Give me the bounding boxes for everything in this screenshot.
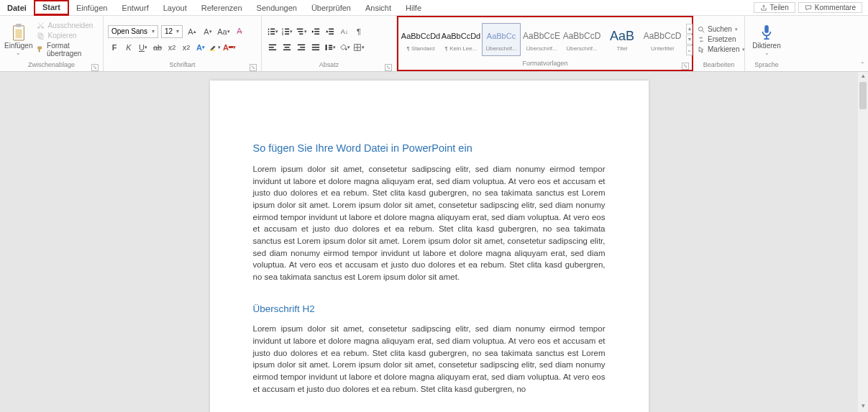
format-painter-button[interactable]: Format übertragen: [37, 42, 99, 58]
tab-ansicht[interactable]: Ansicht: [358, 0, 398, 16]
tab-entwurf[interactable]: Entwurf: [114, 0, 155, 16]
font-name-combo[interactable]: Open Sans▾: [108, 25, 158, 38]
underline-button[interactable]: U▾: [137, 41, 150, 54]
svg-rect-27: [329, 31, 334, 32]
find-button[interactable]: Suchen▾: [698, 25, 745, 33]
tab-sendungen[interactable]: Sendungen: [250, 0, 304, 16]
italic-button[interactable]: K: [122, 41, 135, 54]
font-size-combo[interactable]: 12▾: [161, 25, 183, 38]
show-marks-button[interactable]: ¶: [352, 25, 365, 38]
select-button[interactable]: Markieren▾: [698, 45, 745, 53]
shading-button[interactable]: ▾: [338, 41, 351, 54]
tab-start[interactable]: Start: [34, 0, 69, 16]
share-button[interactable]: Teilen: [754, 2, 795, 13]
svg-rect-15: [285, 28, 289, 29]
align-justify-button[interactable]: [309, 41, 322, 54]
align-right-button[interactable]: [295, 41, 308, 54]
indent-inc-button[interactable]: [324, 25, 337, 38]
cut-button[interactable]: Ausschneiden: [37, 22, 99, 29]
group-label-styles: Formatvorlagen: [522, 60, 567, 67]
dictate-button[interactable]: Diktieren ⌄: [752, 23, 780, 56]
svg-rect-29: [269, 44, 276, 45]
heading-1[interactable]: So fügen Sie Ihre Word Datei in PowerPoi…: [253, 141, 606, 156]
align-left-button[interactable]: [266, 41, 279, 54]
document-area[interactable]: So fügen Sie Ihre Word Datei in PowerPoi…: [0, 72, 858, 412]
change-case-button[interactable]: Aa▾: [217, 25, 230, 38]
paste-button[interactable]: Einfügen ⌄: [4, 23, 32, 56]
svg-rect-2: [15, 29, 22, 38]
bucket-icon: [339, 43, 347, 52]
svg-rect-42: [329, 45, 332, 45]
shrink-font-button[interactable]: A▾: [201, 25, 214, 38]
replace-icon: [698, 36, 705, 43]
scroll-thumb[interactable]: [859, 82, 867, 109]
scroll-down-button[interactable]: ▾: [858, 402, 868, 412]
replace-button[interactable]: Ersetzen: [698, 35, 745, 43]
tab-file[interactable]: Datei: [0, 0, 34, 16]
superscript-button[interactable]: x2: [180, 41, 193, 54]
styles-scroll-up[interactable]: ▴: [686, 24, 693, 34]
style-item-2[interactable]: AaBbCcÜberschrif...: [482, 23, 521, 56]
heading-2[interactable]: Überschrift H2: [253, 302, 606, 316]
line-spacing-button[interactable]: ▾: [324, 41, 337, 54]
clear-format-button[interactable]: A̶: [233, 25, 246, 38]
tab-referenzen[interactable]: Referenzen: [194, 0, 250, 16]
body-paragraph[interactable]: Lorem ipsum dolor sit amet, consetetur s…: [253, 163, 606, 283]
font-color-button[interactable]: A▾: [223, 41, 236, 54]
tab-layout[interactable]: Layout: [156, 0, 194, 16]
borders-button[interactable]: ▾: [352, 41, 365, 54]
svg-rect-20: [297, 28, 303, 29]
font-launcher[interactable]: ⤡: [250, 64, 257, 71]
style-label: ¶ Standard: [402, 45, 439, 52]
comments-button[interactable]: Kommentare: [798, 2, 862, 13]
vertical-scrollbar[interactable]: ▴ ▾: [858, 72, 868, 412]
style-item-6[interactable]: AaBbCcDUntertitel: [643, 23, 682, 56]
styles-expand[interactable]: ⌄: [686, 45, 693, 55]
brush-icon: [37, 45, 44, 53]
subscript-button[interactable]: x2: [165, 41, 178, 54]
page[interactable]: So fügen Sie Ihre Word Datei in PowerPoi…: [210, 81, 649, 412]
highlight-button[interactable]: ▾: [209, 41, 221, 54]
menu-tabs: Datei StartEinfügenEntwurfLayoutReferenz…: [0, 0, 868, 16]
svg-rect-17: [285, 31, 289, 32]
grow-font-button[interactable]: A▴: [186, 25, 198, 38]
highlight-icon: [209, 43, 218, 52]
style-item-4[interactable]: AaBbCcDÜberschrif...: [562, 23, 601, 56]
text-effects-button[interactable]: A▾: [194, 41, 207, 54]
comment-icon: [805, 4, 812, 12]
align-right-icon: [297, 43, 306, 52]
style-item-3[interactable]: AaBbCcEÜberschrif...: [522, 23, 561, 56]
bold-button[interactable]: F: [108, 41, 121, 54]
style-item-1[interactable]: AaBbCcDd¶ Kein Lee...: [442, 23, 480, 56]
svg-rect-32: [283, 44, 291, 45]
style-preview: AaB: [610, 27, 634, 45]
style-label: Überschrif...: [483, 45, 520, 52]
clipboard-launcher[interactable]: ⤡: [91, 64, 99, 71]
multilevel-button[interactable]: ▾: [295, 25, 308, 38]
style-item-5[interactable]: AaBTitel: [603, 23, 641, 56]
body-paragraph[interactable]: Lorem ipsum dolor sit amet, consetetur s…: [253, 323, 606, 395]
styles-launcher[interactable]: ⤡: [682, 63, 689, 70]
scroll-up-button[interactable]: ▴: [858, 72, 868, 82]
group-label-editing: Bearbeiten: [703, 61, 735, 68]
styles-scroll-down[interactable]: ▾: [686, 35, 693, 45]
svg-point-10: [268, 31, 270, 32]
align-center-button[interactable]: [280, 41, 293, 54]
microphone-icon: [759, 23, 775, 42]
cursor-icon: [698, 46, 705, 53]
tab-überprüfen[interactable]: Überprüfen: [304, 0, 358, 16]
tab-hilfe[interactable]: Hilfe: [398, 0, 429, 16]
indent-dec-button[interactable]: [309, 25, 322, 38]
strike-button[interactable]: ab: [151, 41, 164, 54]
copy-button[interactable]: Kopieren: [37, 32, 99, 40]
tab-einfügen[interactable]: Einfügen: [69, 0, 114, 16]
numbering-button[interactable]: 123▾: [280, 25, 293, 38]
style-label: Titel: [603, 45, 641, 52]
collapse-ribbon-button[interactable]: ˆ: [862, 62, 864, 70]
search-icon: [698, 26, 705, 33]
svg-rect-38: [312, 44, 319, 45]
style-item-0[interactable]: AaBbCcDd¶ Standard: [401, 23, 440, 56]
sort-button[interactable]: A↓: [338, 25, 351, 38]
paragraph-launcher[interactable]: ⤡: [385, 64, 392, 71]
bullets-button[interactable]: ▾: [266, 25, 279, 38]
